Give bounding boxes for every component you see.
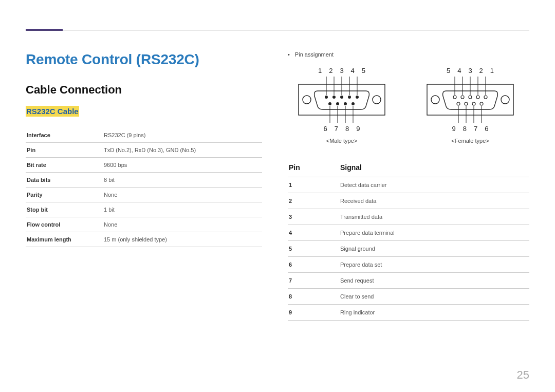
pin-number: 3 xyxy=(340,67,343,74)
pin-number: 3 xyxy=(468,67,472,74)
svg-point-23 xyxy=(501,96,509,104)
spec-value: 9600 bps xyxy=(103,158,262,173)
female-caption: <Female type> xyxy=(427,138,514,144)
signal-name: Transmitted data xyxy=(339,209,529,225)
spec-value: 15 m (only shielded type) xyxy=(103,232,262,247)
spec-row: InterfaceRS232C (9 pins) xyxy=(26,128,262,143)
male-caption: <Male type> xyxy=(298,138,385,144)
signal-name: Ring indicator xyxy=(339,305,529,321)
spec-row: Bit rate9600 bps xyxy=(26,158,262,173)
female-pins-top: 54321 xyxy=(427,67,514,74)
signal-name: Clear to send xyxy=(339,289,529,305)
pin-number: 4 xyxy=(457,67,461,74)
svg-point-28 xyxy=(484,96,487,99)
page-number: 25 xyxy=(517,368,529,382)
signal-row: 8Clear to send xyxy=(288,289,529,305)
pin-number: 6 xyxy=(324,125,327,133)
pin-number: 1 xyxy=(318,67,322,74)
svg-point-32 xyxy=(480,102,483,105)
spec-label: Interface xyxy=(26,128,103,143)
male-connector-icon xyxy=(298,77,385,123)
cable-subheading: RS232C Cable xyxy=(26,106,79,117)
svg-point-9 xyxy=(336,102,339,105)
signal-row: 7Send request xyxy=(288,273,529,289)
svg-point-5 xyxy=(340,96,343,99)
signal-pin: 7 xyxy=(288,273,339,289)
left-column: Remote Control (RS232C) Cable Connection… xyxy=(26,51,262,321)
spec-value: 1 bit xyxy=(103,202,262,217)
connector-diagrams: 12345 6789 <Male type> xyxy=(288,67,529,144)
spec-row: Flow controlNone xyxy=(26,217,262,232)
signal-name: Prepare data set xyxy=(339,257,529,273)
pin-number: 7 xyxy=(335,125,338,133)
signal-row: 5Signal ground xyxy=(288,241,529,257)
pin-number: 9 xyxy=(452,125,456,133)
svg-point-1 xyxy=(303,96,311,104)
signal-name: Received data xyxy=(339,193,529,209)
spec-value: RS232C (9 pins) xyxy=(103,128,262,143)
spec-value: TxD (No.2), RxD (No.3), GND (No.5) xyxy=(103,143,262,158)
signal-header-pin: Pin xyxy=(288,159,339,177)
svg-point-22 xyxy=(431,96,439,104)
pin-number: 2 xyxy=(329,67,332,74)
spec-row: PinTxD (No.2), RxD (No.3), GND (No.5) xyxy=(26,143,262,158)
spec-row: Data bits8 bit xyxy=(26,173,262,188)
signal-table: Pin Signal 1Detect data carrier2Received… xyxy=(288,159,529,321)
signal-pin: 4 xyxy=(288,225,339,241)
signal-header-signal: Signal xyxy=(339,159,529,177)
svg-point-27 xyxy=(476,96,479,99)
svg-point-25 xyxy=(461,96,464,99)
pin-number: 5 xyxy=(447,67,450,74)
pin-number: 2 xyxy=(479,67,483,74)
header-rule xyxy=(26,30,529,30)
signal-row: 2Received data xyxy=(288,193,529,209)
svg-point-30 xyxy=(465,102,468,105)
male-pins-bottom: 6789 xyxy=(298,125,385,133)
svg-point-8 xyxy=(328,102,331,105)
signal-name: Prepare data terminal xyxy=(339,225,529,241)
pin-number: 9 xyxy=(356,125,360,133)
pin-number: 6 xyxy=(485,125,488,133)
svg-point-6 xyxy=(348,96,351,99)
svg-point-26 xyxy=(469,96,472,99)
section-heading: Cable Connection xyxy=(26,83,262,97)
signal-pin: 3 xyxy=(288,209,339,225)
spec-value: None xyxy=(103,217,262,232)
bullet-pin-assignment: Pin assignment xyxy=(288,51,529,58)
pin-number: 8 xyxy=(345,125,349,133)
svg-point-4 xyxy=(332,96,336,99)
spec-value: 8 bit xyxy=(103,173,262,188)
svg-point-11 xyxy=(351,102,355,105)
signal-pin: 8 xyxy=(288,289,339,305)
signal-pin: 6 xyxy=(288,257,339,273)
pin-number: 7 xyxy=(474,125,477,133)
spec-table: InterfaceRS232C (9 pins)PinTxD (No.2), R… xyxy=(26,128,262,247)
female-pins-bottom: 9876 xyxy=(427,125,514,133)
spec-label: Parity xyxy=(26,188,103,202)
spec-label: Pin xyxy=(26,143,103,158)
spec-label: Data bits xyxy=(26,173,103,188)
svg-point-2 xyxy=(373,96,381,104)
spec-label: Flow control xyxy=(26,217,103,232)
svg-point-10 xyxy=(344,102,347,105)
spec-label: Bit rate xyxy=(26,158,103,173)
signal-pin: 1 xyxy=(288,177,339,193)
svg-point-31 xyxy=(472,102,475,105)
svg-point-24 xyxy=(453,96,456,99)
signal-row: 1Detect data carrier xyxy=(288,177,529,193)
signal-pin: 2 xyxy=(288,193,339,209)
spec-label: Stop bit xyxy=(26,202,103,217)
male-pins-top: 12345 xyxy=(298,67,385,74)
pin-number: 8 xyxy=(463,125,467,133)
male-connector: 12345 6789 <Male type> xyxy=(298,67,385,144)
signal-name: Signal ground xyxy=(339,241,529,257)
pin-number: 1 xyxy=(490,67,494,74)
svg-point-3 xyxy=(325,96,328,99)
signal-row: 6Prepare data set xyxy=(288,257,529,273)
signal-name: Send request xyxy=(339,273,529,289)
spec-label: Maximum length xyxy=(26,232,103,247)
page-title: Remote Control (RS232C) xyxy=(26,51,262,68)
female-connector: 54321 9876 <Female type> xyxy=(427,67,514,144)
svg-point-29 xyxy=(457,102,460,105)
pin-number: 4 xyxy=(351,67,355,74)
